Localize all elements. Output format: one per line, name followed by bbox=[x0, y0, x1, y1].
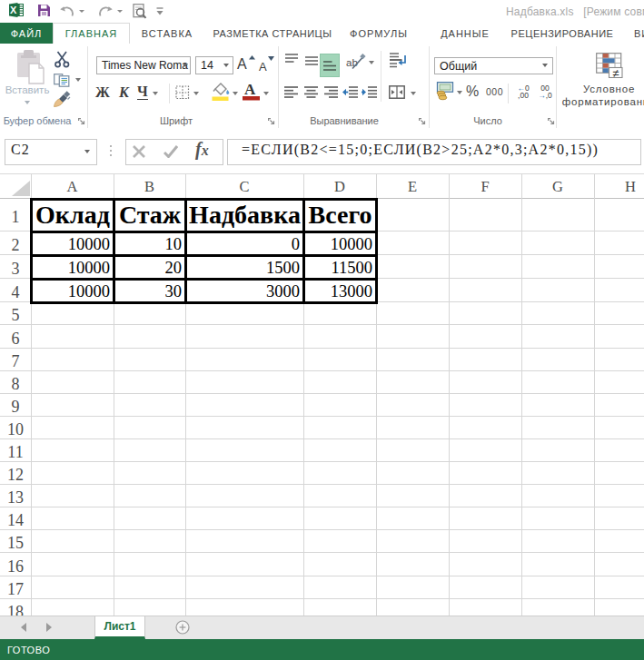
svg-text:≠: ≠ bbox=[612, 66, 619, 78]
svg-text:X: X bbox=[10, 5, 17, 15]
svg-text:ab: ab bbox=[346, 57, 358, 68]
